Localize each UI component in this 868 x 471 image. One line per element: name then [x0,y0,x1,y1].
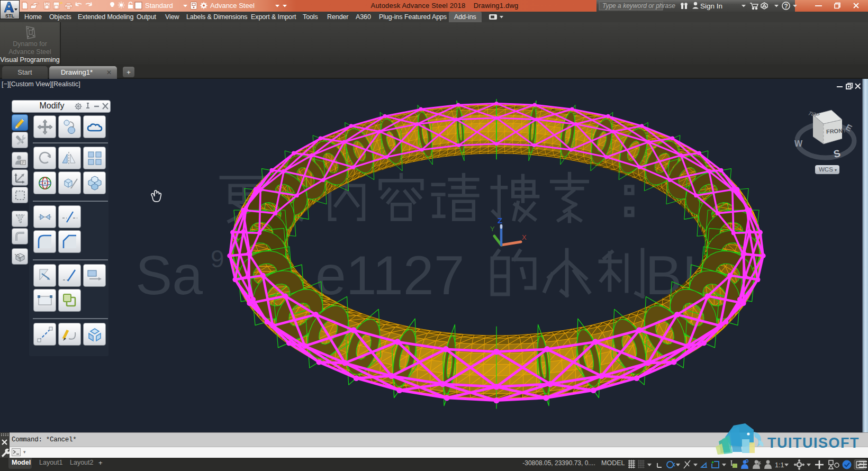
svg-text:FRONT: FRONT [826,127,847,135]
svg-text:Z: Z [498,216,502,225]
svg-text:Standard: Standard [145,2,173,10]
svg-text:W: W [794,139,803,148]
svg-text:STL: STL [5,13,15,19]
svg-text:Type a keyword or phrase: Type a keyword or phrase [602,2,675,10]
svg-text:Sign In: Sign In [700,2,722,10]
svg-text:X: X [522,233,527,241]
svg-text:Advance Steel: Advance Steel [210,2,255,10]
svg-text:Y: Y [490,225,495,233]
svg-text:TUITUISOFT: TUITUISOFT [767,435,860,451]
svg-text:1:1: 1:1 [775,461,784,469]
svg-text:?: ? [784,3,788,10]
